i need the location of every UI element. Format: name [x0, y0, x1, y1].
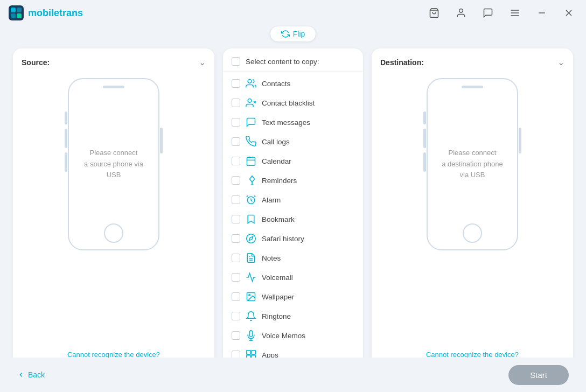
checkbox-phone[interactable] [232, 137, 240, 146]
bookmark-icon [246, 214, 256, 225]
list-item[interactable]: Safari history [223, 229, 363, 248]
chat-button[interactable] [479, 6, 497, 19]
minimize-button[interactable] [533, 6, 550, 19]
svg-rect-2 [17, 8, 22, 12]
item-label-contacts-blacklist: Contact blacklist [262, 99, 315, 107]
source-phone-illustration: Please connect a source phone via USB [68, 78, 159, 250]
calendar-icon [246, 156, 256, 166]
dest-phone-side-btn-right [519, 128, 521, 153]
item-label-phone: Call logs [262, 138, 290, 146]
checkbox-voice[interactable] [232, 331, 240, 340]
ringtone-icon [246, 311, 256, 321]
svg-point-14 [248, 99, 252, 103]
list-item[interactable]: Calendar [223, 151, 363, 171]
item-label-safari: Safari history [262, 235, 304, 243]
titlebar-controls [425, 6, 577, 19]
phone-icon [246, 136, 256, 147]
checkbox-message[interactable] [232, 118, 240, 127]
svg-rect-34 [252, 351, 256, 355]
source-chevron-icon[interactable]: ⌄ [199, 57, 206, 67]
start-label: Start [530, 370, 547, 380]
back-arrow-icon [17, 371, 25, 379]
titlebar: mobiletrans [0, 0, 586, 26]
minimize-icon [536, 8, 547, 18]
checkbox-wallpaper[interactable] [232, 292, 240, 301]
checkbox-contacts-blacklist[interactable] [232, 99, 240, 107]
item-label-ringtone: Ringtone [262, 312, 291, 320]
list-item[interactable]: Call logs [223, 132, 363, 151]
wallpaper-icon [246, 291, 256, 302]
checkbox-bookmark[interactable] [232, 215, 240, 223]
flip-container: Flip [0, 26, 586, 42]
flip-button[interactable]: Flip [270, 26, 317, 42]
source-label: Source: [22, 58, 50, 67]
destination-header: Destination: ⌄ [380, 57, 564, 67]
select-all-checkbox[interactable] [232, 57, 240, 66]
user-button[interactable] [452, 6, 470, 19]
item-label-calendar: Calendar [262, 157, 291, 165]
flip-icon [281, 30, 290, 38]
list-item[interactable]: Voicemail [223, 268, 363, 287]
item-label-reminders: Reminders [262, 177, 297, 185]
list-item[interactable]: Contacts [223, 74, 363, 93]
contacts-icon [246, 78, 256, 89]
item-label-wallpaper: Wallpaper [262, 293, 294, 301]
list-item[interactable]: Reminders [223, 171, 363, 190]
item-label-voice: Voice Memos [262, 332, 305, 340]
item-label-alarm: Alarm [262, 196, 281, 204]
source-header: Source: ⌄ [22, 57, 206, 67]
svg-point-25 [247, 234, 256, 243]
list-item[interactable]: Alarm [223, 190, 363, 209]
item-label-message: Text messages [262, 118, 310, 127]
close-button[interactable] [560, 6, 577, 19]
checkbox-calendar[interactable] [232, 157, 240, 165]
destination-phone-illustration: Please connect a destination phone via U… [427, 78, 518, 250]
svg-rect-1 [11, 8, 16, 12]
list-item[interactable]: Text messages [223, 113, 363, 132]
user-icon [456, 8, 466, 18]
item-label-contacts: Contacts [262, 80, 290, 88]
item-label-voicemail: Voicemail [262, 274, 293, 282]
list-item[interactable]: Voice Memos [223, 326, 363, 345]
svg-rect-33 [247, 351, 251, 355]
phone-side-btn-1 [65, 111, 67, 124]
item-label-notes: Notes [262, 254, 281, 262]
content-panel-header: Select content to copy: [223, 57, 363, 72]
svg-marker-26 [249, 236, 253, 240]
destination-chevron-icon[interactable]: ⌄ [557, 57, 564, 67]
alarm-icon [246, 194, 256, 205]
message-icon [246, 117, 256, 128]
back-button[interactable]: Back [17, 370, 45, 379]
list-item[interactable]: Ringtone [223, 306, 363, 326]
checkbox-alarm[interactable] [232, 195, 240, 204]
menu-icon [510, 8, 520, 18]
svg-point-30 [249, 295, 250, 296]
checkbox-reminders[interactable] [232, 176, 240, 185]
list-item[interactable]: Wallpaper [223, 287, 363, 306]
flip-label: Flip [293, 30, 305, 38]
cart-button[interactable] [425, 6, 443, 19]
list-item[interactable]: Apps [223, 345, 363, 359]
svg-point-6 [459, 9, 463, 13]
phone-side-btn-3 [65, 152, 67, 172]
source-connect-text: Please connect a source phone via USB [84, 148, 143, 181]
voicemail-icon [246, 272, 256, 283]
checkbox-ringtone[interactable] [232, 312, 240, 320]
safari-icon [246, 233, 256, 244]
checkbox-notes[interactable] [232, 254, 240, 262]
list-item[interactable]: Contact blacklist [223, 93, 363, 113]
app-logo-icon [9, 5, 24, 20]
checkbox-safari[interactable] [232, 234, 240, 243]
list-item[interactable]: Bookmark [223, 209, 363, 229]
app-logo-area: mobiletrans [9, 5, 83, 20]
menu-button[interactable] [506, 6, 524, 19]
notes-icon [246, 253, 256, 263]
svg-point-13 [248, 80, 252, 83]
svg-rect-17 [247, 157, 255, 165]
checkbox-voicemail[interactable] [232, 273, 240, 282]
dest-phone-side-btn-2 [423, 129, 426, 148]
checkbox-contacts[interactable] [232, 79, 240, 88]
phone-side-btn-2 [65, 129, 67, 148]
start-button[interactable]: Start [508, 365, 569, 385]
list-item[interactable]: Notes [223, 248, 363, 268]
